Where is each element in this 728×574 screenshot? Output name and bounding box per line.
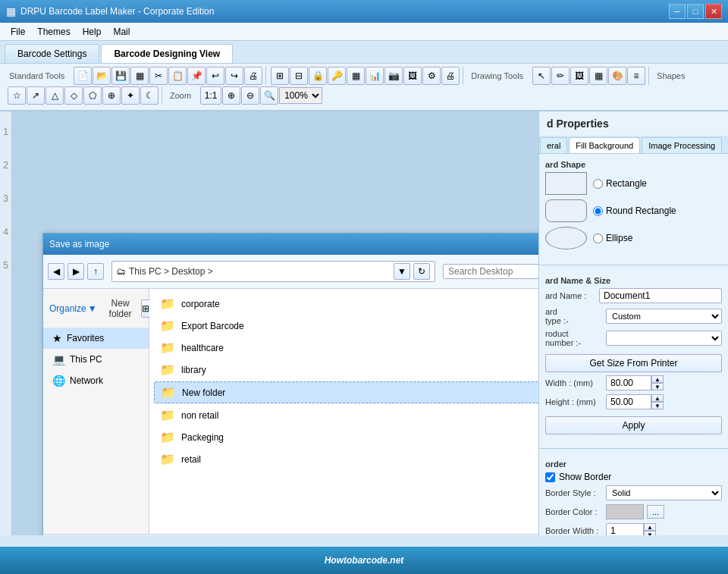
shape2[interactable]: ↗ bbox=[27, 86, 45, 105]
tb-extra2[interactable]: ⊟ bbox=[290, 67, 308, 85]
menu-mail[interactable]: Mail bbox=[107, 25, 136, 39]
border-color-swatch[interactable] bbox=[606, 504, 644, 519]
redo-btn[interactable]: ↪ bbox=[225, 67, 243, 85]
draw6[interactable]: ≡ bbox=[627, 67, 645, 85]
sidebar-favorites[interactable]: ★ Favorites bbox=[43, 328, 149, 349]
close-button[interactable]: ✕ bbox=[705, 4, 722, 19]
shape5[interactable]: ⬠ bbox=[83, 86, 102, 105]
up-btn[interactable]: ↑ bbox=[87, 263, 104, 280]
card-name-input[interactable] bbox=[599, 288, 722, 303]
drawing-tools-label: Drawing Tools bbox=[471, 71, 523, 80]
menu-themes[interactable]: Themes bbox=[31, 25, 76, 39]
shape8[interactable]: ☾ bbox=[140, 86, 158, 105]
shape7[interactable]: ✦ bbox=[121, 86, 140, 105]
new-btn[interactable]: 📄 bbox=[74, 67, 92, 85]
draw4[interactable]: ▦ bbox=[589, 67, 607, 85]
sidebar-panel: Organize ▼ New folder ⊞ ▼ ? ★ Favorites bbox=[43, 289, 149, 534]
rectangle-radio[interactable] bbox=[593, 179, 603, 189]
print-btn[interactable]: 🖨 bbox=[244, 67, 262, 85]
undo-btn[interactable]: ↩ bbox=[206, 67, 224, 85]
tb-extra9[interactable]: ⚙ bbox=[422, 67, 441, 85]
search-input[interactable] bbox=[448, 266, 538, 277]
get-size-from-printer-button[interactable]: Get Size From Printer bbox=[545, 354, 722, 372]
list-item[interactable]: 📁 non retail bbox=[154, 405, 538, 425]
list-item[interactable]: 📁 retail bbox=[154, 449, 538, 469]
tb-extra5[interactable]: ▦ bbox=[347, 67, 365, 85]
refresh-btn[interactable]: ↻ bbox=[413, 263, 430, 280]
ellipse-radio[interactable] bbox=[593, 234, 603, 243]
organize-button[interactable]: Organize ▼ bbox=[49, 303, 97, 314]
zoom-fit[interactable]: 1:1 bbox=[200, 86, 221, 105]
rectangle-radio-label[interactable]: Rectangle bbox=[593, 178, 647, 189]
shape3[interactable]: △ bbox=[46, 86, 64, 105]
tab-general[interactable]: eral bbox=[540, 137, 567, 153]
ruler-left: 1 2 3 4 5 bbox=[0, 111, 12, 535]
zoom-in[interactable]: ⊕ bbox=[222, 86, 240, 105]
tb-extra6[interactable]: 📊 bbox=[366, 67, 384, 85]
list-item[interactable]: 📁 Export Barcode bbox=[154, 315, 538, 336]
tab-barcode-designing[interactable]: Barcode Designing View bbox=[101, 44, 233, 63]
border-width-input[interactable] bbox=[606, 523, 644, 535]
shape4[interactable]: ◇ bbox=[64, 86, 83, 105]
forward-btn[interactable]: ▶ bbox=[67, 263, 84, 280]
sidebar-this-pc[interactable]: 💻 This PC bbox=[43, 349, 149, 370]
list-item[interactable]: 📁 Packeging bbox=[154, 427, 538, 447]
rounded-rectangle-radio[interactable] bbox=[593, 206, 603, 216]
zoom-select[interactable]: 🔍 bbox=[260, 86, 278, 105]
menu-file[interactable]: File bbox=[5, 25, 31, 39]
apply-button[interactable]: Apply bbox=[545, 416, 722, 434]
list-item[interactable]: 📁 library bbox=[154, 359, 538, 380]
sidebar-network[interactable]: 🌐 Network bbox=[43, 370, 149, 391]
show-border-checkbox[interactable] bbox=[545, 472, 555, 482]
tb-extra4[interactable]: 🔑 bbox=[328, 67, 346, 85]
barcode-btn[interactable]: ▦ bbox=[130, 67, 149, 85]
draw2[interactable]: ✏ bbox=[551, 67, 570, 85]
list-item[interactable]: 📁 corporate bbox=[154, 293, 538, 314]
back-btn[interactable]: ◀ bbox=[48, 263, 64, 280]
maximize-button[interactable]: □ bbox=[687, 4, 704, 19]
shape6[interactable]: ⊕ bbox=[102, 86, 121, 105]
address-dropdown[interactable]: ▼ bbox=[394, 263, 410, 280]
cut-btn[interactable]: ✂ bbox=[149, 67, 168, 85]
shape-rounded-option: Round Rectangle bbox=[545, 199, 722, 222]
menu-help[interactable]: Help bbox=[77, 25, 108, 39]
border-width-up-button[interactable]: ▲ bbox=[644, 523, 656, 531]
copy-btn[interactable]: 📋 bbox=[168, 67, 187, 85]
tb-extra1[interactable]: ⊞ bbox=[271, 67, 289, 85]
paste-btn[interactable]: 📌 bbox=[187, 67, 206, 85]
width-input[interactable] bbox=[606, 375, 651, 391]
card-type-select[interactable]: Custom Standard bbox=[606, 309, 722, 324]
draw5[interactable]: 🎨 bbox=[608, 67, 626, 85]
minimize-button[interactable]: ─ bbox=[669, 4, 686, 19]
border-width-down-button[interactable]: ▼ bbox=[644, 531, 656, 535]
tab-fill-background[interactable]: Fill Background bbox=[569, 137, 640, 153]
tab-image-processing[interactable]: Image Processing bbox=[642, 137, 722, 153]
tb-extra7[interactable]: 📷 bbox=[384, 67, 403, 85]
border-style-row: Border Style : Solid bbox=[545, 485, 722, 500]
view-toggle-btn[interactable]: ⊞ bbox=[141, 300, 150, 318]
height-down-button[interactable]: ▼ bbox=[651, 402, 664, 409]
new-folder-button[interactable]: New folder bbox=[109, 298, 132, 319]
list-item-selected[interactable]: 📁 New folder bbox=[154, 381, 538, 403]
tab-barcode-settings[interactable]: Barcode Settings bbox=[5, 44, 99, 63]
height-input[interactable] bbox=[606, 394, 651, 409]
rounded-radio-label[interactable]: Round Rectangle bbox=[593, 205, 676, 216]
border-color-picker-button[interactable]: ... bbox=[647, 505, 664, 519]
zoom-dropdown[interactable]: 100% bbox=[279, 87, 322, 104]
width-down-button[interactable]: ▼ bbox=[651, 383, 664, 391]
tb-extra8[interactable]: 🖼 bbox=[403, 67, 422, 85]
tb-extra3[interactable]: 🔒 bbox=[309, 67, 327, 85]
zoom-out[interactable]: ⊖ bbox=[241, 86, 259, 105]
list-item[interactable]: 📁 healthcare bbox=[154, 337, 538, 358]
height-up-button[interactable]: ▲ bbox=[651, 394, 664, 402]
open-btn[interactable]: 📂 bbox=[93, 67, 111, 85]
width-up-button[interactable]: ▲ bbox=[651, 375, 664, 383]
ellipse-radio-label[interactable]: Ellipse bbox=[593, 233, 632, 243]
tb-extra10[interactable]: 🖨 bbox=[441, 67, 460, 85]
draw3[interactable]: 🖼 bbox=[570, 67, 588, 85]
product-number-select[interactable] bbox=[606, 331, 722, 346]
border-style-select[interactable]: Solid bbox=[606, 485, 722, 500]
shape1[interactable]: ☆ bbox=[8, 86, 26, 105]
save-btn[interactable]: 💾 bbox=[111, 67, 130, 85]
draw1[interactable]: ↖ bbox=[532, 67, 551, 85]
